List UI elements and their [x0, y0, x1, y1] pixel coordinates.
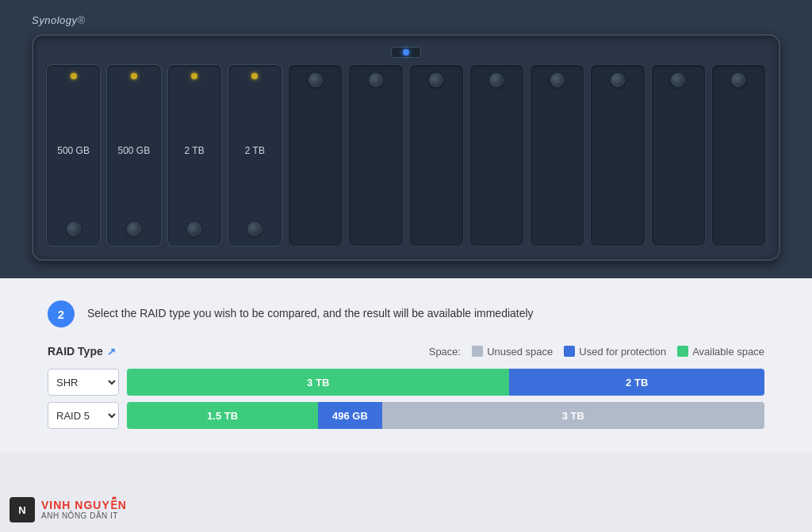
watermark-name: VINH NGUYỄN: [41, 499, 127, 511]
legend: Space: Unused space Used for protection …: [429, 346, 764, 358]
drive-indicator-3: [191, 73, 197, 79]
legend-item-available: Available space: [677, 346, 764, 358]
drive-label-2: 500 GB: [118, 145, 151, 156]
drive-indicator-1: [71, 73, 77, 79]
legend-space-label: Space:: [429, 346, 461, 358]
legend-protection-label: Used for protection: [579, 346, 666, 358]
drive-knob-7: [429, 73, 443, 87]
raid-header: RAID Type ↗ Space: Unused space Used for…: [48, 345, 764, 358]
drive-bay-6: [348, 64, 403, 247]
drive-indicator-4: [251, 73, 258, 79]
brand-label: Synology®: [32, 14, 780, 26]
watermark: N VINH NGUYỄN ANH NÔNG DÂN IT: [10, 497, 127, 522]
drive-knob-8: [489, 73, 504, 87]
drive-bay-container: 500 GB500 GB2 TB2 TB: [46, 64, 766, 247]
bar-segment-1-0: 1.5 TB: [127, 402, 318, 429]
drive-indicator-2: [131, 73, 137, 79]
swatch-available: [677, 346, 688, 357]
bottom-section: 2 Select the RAID type you wish to be co…: [0, 278, 812, 453]
drive-knob-2: [127, 222, 141, 236]
raid-row-0: SHRSHR-2RAID 0RAID 1RAID 5RAID 6RAID 103…: [48, 369, 764, 396]
drive-bay-12: [711, 64, 766, 247]
legend-item-protection: Used for protection: [564, 346, 666, 358]
legend-item-unused: Unused space: [472, 346, 553, 358]
raid-bar-container-1: 1.5 TB496 GB3 TB: [127, 402, 764, 429]
drive-knob-10: [611, 73, 625, 87]
drive-label-4: 2 TB: [245, 145, 265, 156]
swatch-unused: [472, 346, 483, 357]
power-button[interactable]: [391, 47, 421, 58]
legend-unused-label: Unused space: [487, 346, 553, 358]
nas-device: 500 GB500 GB2 TB2 TB: [32, 34, 780, 261]
drive-knob-11: [671, 73, 685, 87]
drive-bay-3: 2 TB: [167, 64, 222, 247]
watermark-logo: N: [10, 497, 35, 522]
step-description: Select the RAID type you wish to be comp…: [87, 300, 534, 322]
legend-available-label: Available space: [692, 346, 764, 358]
step-circle: 2: [48, 300, 75, 327]
raid-select-0[interactable]: SHRSHR-2RAID 0RAID 1RAID 5RAID 6RAID 10: [48, 369, 119, 396]
watermark-text: VINH NGUYỄN ANH NÔNG DÂN IT: [41, 499, 127, 520]
bar-segment-1-2: 3 TB: [382, 402, 764, 429]
raid-rows: SHRSHR-2RAID 0RAID 1RAID 5RAID 6RAID 103…: [48, 369, 764, 429]
drive-knob-9: [550, 73, 565, 87]
drive-label-1: 500 GB: [57, 145, 90, 156]
raid-select-wrapper-0: SHRSHR-2RAID 0RAID 1RAID 5RAID 6RAID 10: [48, 369, 119, 396]
raid-row-1: SHRSHR-2RAID 0RAID 1RAID 5RAID 6RAID 101…: [48, 402, 764, 429]
drive-knob-6: [369, 73, 383, 87]
nas-top-bar: [46, 47, 766, 58]
external-link-icon[interactable]: ↗: [107, 346, 116, 358]
drive-knob-3: [187, 222, 201, 236]
drive-knob-1: [67, 222, 81, 236]
swatch-protection: [564, 346, 575, 357]
drive-knob-5: [308, 73, 323, 87]
drive-bay-7: [409, 64, 464, 247]
drive-bay-10: [590, 64, 645, 247]
raid-select-1[interactable]: SHRSHR-2RAID 0RAID 1RAID 5RAID 6RAID 10: [48, 402, 119, 429]
drive-label-3: 2 TB: [185, 145, 205, 156]
step-row: 2 Select the RAID type you wish to be co…: [48, 300, 764, 327]
drive-knob-12: [731, 73, 745, 87]
power-led: [403, 49, 409, 55]
drive-bay-11: [651, 64, 706, 247]
brand-name: Synology: [32, 14, 77, 26]
raid-bar-container-0: 3 TB2 TB: [127, 369, 764, 396]
bar-segment-1-1: 496 GB: [318, 402, 381, 429]
drive-bay-5: [288, 64, 343, 247]
drive-bay-4: 2 TB: [228, 64, 282, 247]
drive-bay-9: [530, 64, 584, 247]
raid-type-label: RAID Type ↗: [48, 345, 116, 358]
drive-bay-1: 500 GB: [46, 64, 101, 247]
watermark-subtitle: ANH NÔNG DÂN IT: [41, 511, 127, 520]
bar-segment-0-0: 3 TB: [127, 369, 509, 396]
drive-knob-4: [247, 222, 262, 236]
raid-type-text: RAID Type: [48, 345, 103, 358]
drive-bay-8: [469, 64, 524, 247]
bar-segment-0-1: 2 TB: [509, 369, 764, 396]
nas-section: Synology® 500 GB500 GB2 TB2 TB: [0, 0, 812, 278]
drive-bay-2: 500 GB: [106, 64, 161, 247]
raid-select-wrapper-1: SHRSHR-2RAID 0RAID 1RAID 5RAID 6RAID 10: [48, 402, 119, 429]
